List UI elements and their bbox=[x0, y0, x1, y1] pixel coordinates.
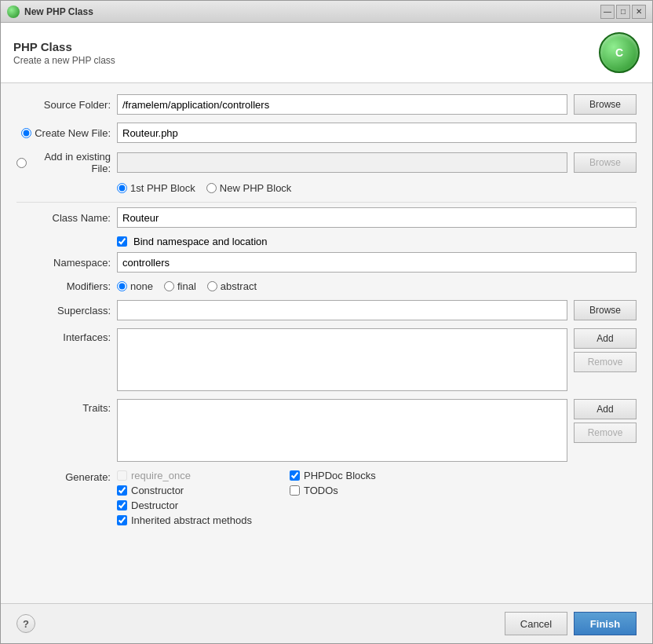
divider-1 bbox=[16, 202, 637, 203]
interfaces-remove-button[interactable]: Remove bbox=[574, 352, 637, 372]
traits-add-button[interactable]: Add bbox=[574, 399, 637, 419]
namespace-label: Namespace: bbox=[16, 257, 111, 269]
bind-namespace-row: Bind namespace and location bbox=[117, 236, 637, 247]
class-name-input[interactable] bbox=[117, 207, 637, 228]
traits-buttons: Add Remove bbox=[574, 399, 637, 443]
dialog-header: PHP Class Create a new PHP class C bbox=[1, 23, 652, 83]
new-php-block-label: New PHP Block bbox=[220, 182, 292, 194]
modifiers-group: none final abstract bbox=[117, 280, 257, 292]
new-php-block-radio[interactable] bbox=[206, 183, 217, 193]
source-folder-browse-button[interactable]: Browse bbox=[574, 94, 637, 115]
header-text: PHP Class Create a new PHP class bbox=[13, 40, 115, 66]
generate-label: Generate: bbox=[16, 470, 111, 483]
inherited-abstract-label: Inherited abstract methods bbox=[131, 514, 252, 526]
add-existing-file-label-area: Add in existing File: bbox=[16, 151, 111, 174]
help-button[interactable]: ? bbox=[16, 614, 35, 633]
traits-remove-button[interactable]: Remove bbox=[574, 423, 637, 443]
dialog-footer: ? Cancel Finish bbox=[1, 603, 652, 643]
php-logo: C bbox=[599, 32, 640, 73]
modifiers-label: Modifiers: bbox=[16, 280, 111, 292]
new-php-block-option: New PHP Block bbox=[206, 182, 292, 194]
dialog-title: PHP Class bbox=[13, 40, 115, 53]
footer-left: ? bbox=[16, 614, 35, 633]
inherited-abstract-checkbox[interactable] bbox=[117, 515, 127, 525]
todos-checkbox[interactable] bbox=[290, 485, 300, 496]
window-controls: ― □ ✕ bbox=[600, 5, 646, 19]
inherited-abstract-item: Inherited abstract methods bbox=[117, 514, 274, 526]
modifier-none-option: none bbox=[117, 280, 153, 292]
destructor-label: Destructor bbox=[131, 499, 178, 511]
interfaces-list bbox=[117, 328, 567, 391]
namespace-input[interactable] bbox=[117, 252, 637, 273]
window-icon bbox=[7, 5, 20, 18]
modifier-final-radio[interactable] bbox=[164, 281, 174, 291]
interfaces-buttons: Add Remove bbox=[574, 328, 637, 372]
superclass-row: Superclass: Browse bbox=[16, 300, 637, 320]
require-once-item: require_once bbox=[117, 470, 274, 481]
source-folder-row: Source Folder: Browse bbox=[16, 94, 637, 115]
close-button[interactable]: ✕ bbox=[632, 5, 646, 19]
modifier-abstract-option: abstract bbox=[207, 280, 257, 292]
superclass-label: Superclass: bbox=[16, 305, 111, 317]
source-folder-label: Source Folder: bbox=[16, 99, 111, 111]
create-new-file-label-area: Create New File: bbox=[16, 127, 111, 139]
add-existing-file-browse-button: Browse bbox=[574, 152, 637, 173]
superclass-input[interactable] bbox=[117, 300, 567, 320]
constructor-item: Constructor bbox=[117, 485, 274, 496]
first-php-block-option: 1st PHP Block bbox=[117, 182, 195, 194]
create-new-file-label: Create New File: bbox=[35, 127, 111, 139]
generate-col-2: PHPDoc Blocks TODOs bbox=[290, 470, 447, 526]
destructor-checkbox[interactable] bbox=[117, 500, 127, 510]
superclass-browse-button[interactable]: Browse bbox=[574, 300, 637, 320]
create-new-file-input[interactable] bbox=[117, 123, 637, 143]
constructor-checkbox[interactable] bbox=[117, 485, 127, 496]
maximize-button[interactable]: □ bbox=[616, 5, 630, 19]
interfaces-row: Interfaces: Add Remove bbox=[16, 328, 637, 391]
todos-item: TODOs bbox=[290, 485, 447, 496]
modifier-final-label: final bbox=[177, 280, 196, 292]
dialog-content: Source Folder: Browse Create New File: A… bbox=[1, 83, 652, 603]
todos-label: TODOs bbox=[304, 485, 338, 496]
add-existing-file-row: Add in existing File: Browse bbox=[16, 151, 637, 174]
footer-buttons: Cancel Finish bbox=[505, 612, 637, 635]
add-existing-file-radio[interactable] bbox=[16, 158, 27, 168]
namespace-row: Namespace: bbox=[16, 252, 637, 273]
php-block-row: 1st PHP Block New PHP Block bbox=[117, 182, 637, 194]
add-existing-file-label: Add in existing File: bbox=[30, 151, 111, 174]
modifier-none-label: none bbox=[130, 280, 153, 292]
minimize-button[interactable]: ― bbox=[600, 5, 615, 19]
modifier-final-option: final bbox=[164, 280, 196, 292]
phpdoc-item: PHPDoc Blocks bbox=[290, 470, 447, 481]
destructor-item: Destructor bbox=[117, 499, 274, 511]
traits-label: Traits: bbox=[16, 399, 111, 414]
bind-namespace-label: Bind namespace and location bbox=[133, 236, 268, 247]
modifier-abstract-label: abstract bbox=[221, 280, 257, 292]
modifier-none-radio[interactable] bbox=[117, 281, 127, 291]
traits-row: Traits: Add Remove bbox=[16, 399, 637, 462]
dialog-subtitle: Create a new PHP class bbox=[13, 55, 115, 66]
bind-namespace-checkbox[interactable] bbox=[117, 236, 127, 247]
require-once-checkbox[interactable] bbox=[117, 470, 127, 481]
modifiers-row: Modifiers: none final abstract bbox=[16, 280, 637, 292]
generate-col-1: require_once Constructor Destructor Inhe… bbox=[117, 470, 274, 526]
traits-list bbox=[117, 399, 567, 462]
interfaces-label: Interfaces: bbox=[16, 328, 111, 343]
main-window: New PHP Class ― □ ✕ PHP Class Create a n… bbox=[0, 0, 653, 644]
class-name-label: Class Name: bbox=[16, 212, 111, 224]
generate-section: Generate: require_once Constructor Destr… bbox=[16, 470, 637, 526]
title-bar-left: New PHP Class bbox=[7, 5, 93, 18]
finish-button[interactable]: Finish bbox=[574, 612, 637, 635]
modifier-abstract-radio[interactable] bbox=[207, 281, 217, 291]
phpdoc-checkbox[interactable] bbox=[290, 470, 300, 481]
title-bar: New PHP Class ― □ ✕ bbox=[1, 1, 652, 23]
window-title: New PHP Class bbox=[24, 6, 93, 17]
phpdoc-label: PHPDoc Blocks bbox=[304, 470, 376, 481]
source-folder-input[interactable] bbox=[117, 94, 567, 115]
constructor-label: Constructor bbox=[131, 485, 184, 496]
cancel-button[interactable]: Cancel bbox=[505, 612, 567, 635]
create-new-file-radio[interactable] bbox=[21, 128, 31, 138]
first-php-block-label: 1st PHP Block bbox=[130, 182, 195, 194]
interfaces-add-button[interactable]: Add bbox=[574, 328, 637, 349]
first-php-block-radio[interactable] bbox=[117, 183, 127, 193]
require-once-label: require_once bbox=[131, 470, 191, 481]
